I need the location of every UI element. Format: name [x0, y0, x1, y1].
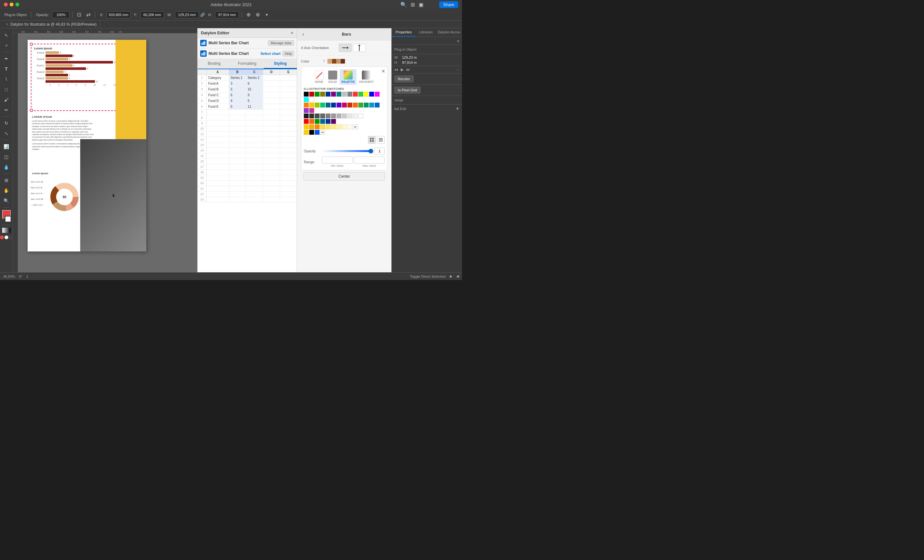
sw-black[interactable] — [304, 92, 309, 97]
sw-bright-green[interactable] — [358, 92, 363, 97]
line-tool[interactable]: \ — [2, 75, 11, 84]
prev-frame-icon[interactable]: ⏮ — [394, 67, 398, 72]
shape-tool[interactable]: □ — [2, 85, 11, 94]
grid-icon[interactable]: ⊞ — [411, 1, 415, 8]
sw-navy[interactable] — [326, 92, 330, 97]
sw-y4[interactable] — [320, 124, 325, 129]
direct-select-tool[interactable]: ↗ — [2, 41, 11, 50]
document-tab[interactable]: ✕ Datylon for Illustrator.ai @ 46,83 % (… — [3, 21, 100, 28]
tab-close[interactable]: ✕ — [6, 22, 8, 26]
black-btn[interactable] — [9, 235, 13, 239]
sw-r1[interactable] — [304, 119, 309, 124]
sw-olive[interactable] — [320, 92, 325, 97]
cp-palette[interactable]: PALETTE — [340, 69, 357, 85]
transform-icon[interactable]: ⊕ — [244, 11, 252, 18]
close-button[interactable] — [4, 3, 8, 6]
select-chart-btn[interactable]: Select chart — [261, 52, 280, 55]
rotate-tool[interactable]: ↻ — [2, 119, 11, 128]
sw-y7[interactable] — [336, 124, 341, 129]
color-palette-swatch[interactable] — [327, 59, 345, 64]
gradient-tool[interactable]: ◫ — [2, 152, 11, 161]
eyedropper-tool[interactable]: 💧 — [2, 163, 11, 172]
sw-yellow-green[interactable] — [315, 103, 320, 108]
sw-b2[interactable] — [309, 130, 314, 135]
search-icon[interactable]: 🔍 — [400, 1, 407, 8]
color-picker-close[interactable]: ✕ — [381, 69, 386, 74]
sw-gold[interactable] — [309, 103, 314, 108]
cp-solid[interactable]: SOLID — [326, 69, 339, 85]
sw-g6[interactable] — [331, 114, 336, 118]
sw-brick[interactable] — [348, 103, 352, 108]
global-edit-dropdown[interactable]: ▼ — [456, 106, 459, 111]
max-value-input[interactable] — [354, 157, 385, 163]
dropdown-arrow[interactable]: ▼ — [263, 12, 270, 17]
sw-forest[interactable] — [358, 103, 363, 108]
pen-tool[interactable]: ✒ — [2, 54, 11, 63]
next-frame-icon[interactable]: ⏭ — [406, 67, 410, 72]
axis-vertical-btn[interactable] — [353, 43, 366, 52]
sw-mint[interactable] — [320, 103, 325, 108]
sw-bright-red[interactable] — [353, 92, 358, 97]
sw-hot-pink[interactable] — [309, 108, 314, 113]
sw-b3-selected[interactable] — [315, 130, 320, 135]
stroke-swatch[interactable] — [5, 216, 11, 222]
toggle-icon[interactable]: ▶ — [450, 274, 452, 279]
opacity-thumb[interactable] — [369, 149, 373, 153]
center-button[interactable]: Center — [303, 172, 385, 181]
cp-none[interactable]: NONE — [313, 69, 326, 85]
x-input[interactable] — [106, 11, 130, 18]
sw-g7[interactable] — [336, 114, 341, 118]
sw-r6[interactable] — [331, 119, 336, 124]
scale-tool[interactable]: ⤡ — [2, 129, 11, 138]
handle-bl[interactable] — [30, 109, 33, 112]
opacity-slider[interactable] — [322, 150, 372, 152]
y-input[interactable] — [140, 11, 164, 18]
collapse-icon[interactable]: « — [457, 38, 459, 43]
props-tab-libraries[interactable]: Libraries — [416, 28, 436, 37]
color-btn[interactable] — [0, 235, 4, 239]
color-help-icon[interactable]: ? — [323, 59, 325, 63]
cp-gradient[interactable]: GRADIENT — [357, 69, 376, 85]
pencil-tool[interactable]: ✏ — [2, 106, 11, 114]
sw-teal[interactable] — [336, 92, 341, 97]
sw-red[interactable] — [309, 92, 314, 97]
sw-y2[interactable] — [309, 124, 314, 129]
sw-purple[interactable] — [331, 92, 336, 97]
sw-orchid[interactable] — [304, 108, 309, 113]
sw-dark-orange[interactable] — [353, 103, 358, 108]
sw-g1[interactable] — [304, 114, 309, 118]
select-tool[interactable]: ↖ — [2, 31, 11, 40]
sw-g9[interactable] — [348, 114, 352, 118]
sw-emerald[interactable] — [364, 103, 369, 108]
tab-formatting[interactable]: Formatting — [231, 59, 264, 69]
w-input[interactable] — [175, 11, 199, 18]
tab-binding[interactable]: Binding — [198, 59, 231, 69]
cell-1c[interactable]: Series 2 — [246, 75, 263, 81]
sw-teal2[interactable] — [326, 103, 330, 108]
minimize-button[interactable] — [10, 3, 14, 6]
sw-y9[interactable] — [348, 124, 352, 129]
recolor-btn[interactable]: Recolor — [394, 75, 414, 82]
sw-g2[interactable] — [309, 114, 314, 118]
sw-y1[interactable] — [304, 124, 309, 129]
flip-icon[interactable]: ⇄ — [84, 11, 92, 18]
cell-1b[interactable]: Series 1 — [229, 75, 246, 81]
opacity-input[interactable] — [374, 148, 385, 154]
sw-g3[interactable] — [315, 114, 320, 118]
sw-b1[interactable] — [304, 130, 309, 135]
sw-y3[interactable] — [315, 124, 320, 129]
sw-magenta[interactable] — [375, 92, 380, 97]
paintbrush-tool[interactable]: 🖌 — [2, 95, 11, 104]
opacity-input[interactable] — [52, 11, 70, 18]
pixel-grid-btn[interactable]: to Pixel Grid — [394, 87, 421, 94]
list-view-btn[interactable] — [377, 136, 385, 144]
sw-y6[interactable] — [331, 124, 336, 129]
sw-g8[interactable] — [342, 114, 347, 118]
help-btn[interactable]: Help — [282, 51, 294, 57]
cell-1e[interactable] — [280, 75, 297, 81]
h-input[interactable] — [215, 11, 239, 18]
toggle-back-icon[interactable]: ◀ — [456, 274, 459, 279]
props-tab-datylon[interactable]: Datylon Accou — [436, 28, 462, 37]
artboard-tool[interactable]: ⊞ — [2, 176, 11, 185]
gradient-swatch[interactable] — [2, 228, 10, 233]
